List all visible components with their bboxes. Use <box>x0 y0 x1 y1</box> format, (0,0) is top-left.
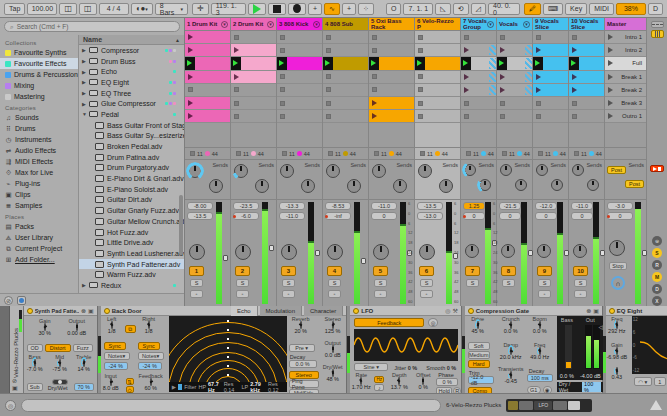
follow-button[interactable]: O <box>386 3 401 15</box>
pedal-drywet-value[interactable]: 70 % <box>74 383 94 391</box>
track-fold-icon[interactable]: ▾ <box>313 21 320 28</box>
track-activator-button[interactable]: 2 <box>235 266 250 276</box>
arm-button[interactable]: ◦ <box>190 290 203 298</box>
arm-button[interactable]: ◦ <box>328 290 341 298</box>
clip-slot[interactable] <box>323 57 368 70</box>
send-b-knob[interactable] <box>255 179 269 193</box>
echo-feedback-invert-button[interactable]: ⇅ <box>126 378 134 385</box>
clip-slot[interactable] <box>497 97 532 110</box>
folder-arrow-icon[interactable]: ▶ <box>82 101 89 107</box>
track-header[interactable]: 10 Vocals Slice <box>569 18 604 31</box>
track-activator-button[interactable]: 8 <box>501 266 516 276</box>
midi-map-button[interactable]: MIDI <box>589 3 614 15</box>
clip-slot[interactable] <box>185 44 230 57</box>
lfo-sync-button[interactable]: ♪ <box>374 384 384 391</box>
clip-slot[interactable] <box>569 44 604 57</box>
track-activator-button[interactable]: 5 <box>373 266 388 276</box>
clip-slot[interactable] <box>415 84 460 97</box>
mixer-toggle-d[interactable]: D <box>652 284 662 294</box>
volume-fader-handle[interactable] <box>315 250 320 256</box>
track-activator-button[interactable]: 9 <box>537 266 552 276</box>
pan-field[interactable]: -13.5 <box>187 212 213 220</box>
pan-knob[interactable] <box>573 244 587 258</box>
clip-slot[interactable] <box>533 84 568 97</box>
pan-field[interactable]: 0 <box>535 212 557 220</box>
clip-slot[interactable] <box>323 71 368 84</box>
master-pan-knob[interactable] <box>609 240 625 256</box>
eq8-mini-display[interactable]: 1260-6-12 <box>632 316 667 374</box>
master-header[interactable]: Master <box>605 18 646 31</box>
pan-field[interactable]: -inf <box>325 212 351 220</box>
sidebar-item-current-project[interactable]: ⧉Current Project <box>0 243 78 254</box>
soft-button[interactable]: Soft <box>468 342 490 350</box>
clip-slot[interactable] <box>231 84 276 97</box>
map-icon[interactable]: ◎ <box>445 307 450 314</box>
echo-offset-right[interactable]: -24 % <box>138 362 162 370</box>
pan-field[interactable]: -6.0 <box>233 212 259 220</box>
echo-reverb-position-menu[interactable]: Pre ▾ <box>289 344 315 352</box>
medium-button[interactable]: Medium <box>468 351 490 359</box>
master-meter[interactable] <box>635 202 641 304</box>
device-on-icon[interactable] <box>609 308 615 314</box>
browser-folder-glue-compressor[interactable]: ▶Glue Compressor <box>79 98 184 109</box>
save-preset-icon[interactable]: ▣ <box>88 307 94 314</box>
clip-slot[interactable] <box>185 84 230 97</box>
device-track-title-bar[interactable]: Velo-Rezzo Plucks ⊘▣ <box>10 306 24 393</box>
clip-slot[interactable] <box>569 110 604 123</box>
loop-button[interactable]: ⟲ <box>453 3 469 15</box>
browser-folder-pedal[interactable]: ▼Pedal <box>79 109 184 120</box>
track-header[interactable]: 3 808 Kick▾ <box>277 18 322 31</box>
pan-field[interactable]: 0 <box>571 212 593 220</box>
volume-meter[interactable] <box>216 202 222 304</box>
browser-preset-e-piano-dirt-gnarl-adv[interactable]: E-Piano Dirt & Gnarl.adv <box>79 173 184 184</box>
browser-preset-drum-patina-adv[interactable]: Drum Patina.adv <box>79 152 184 163</box>
solo-button[interactable]: S <box>328 279 341 287</box>
clip-slot[interactable] <box>323 97 368 110</box>
send-b-knob[interactable] <box>587 179 599 191</box>
info-toggle-icon[interactable]: ⊘ <box>4 296 13 305</box>
volume-meter[interactable] <box>354 202 360 304</box>
capture-midi-button[interactable]: ✛ <box>192 3 209 15</box>
decay-value[interactable]: 100 ms <box>527 374 553 382</box>
clip-slot[interactable] <box>231 71 276 84</box>
browser-folder-echo[interactable]: ▶Echo <box>79 66 184 77</box>
volume-field[interactable]: -8.53 <box>325 202 351 210</box>
trim-value[interactable]: -12.0 dB <box>468 376 494 384</box>
clip-slot[interactable] <box>497 31 532 44</box>
browser-preset-guitar-dirt-adv[interactable]: Guitar Dirt.adv <box>79 195 184 206</box>
pedal-distort-button[interactable]: Distort <box>45 344 71 352</box>
arrangement-view-toggle[interactable] <box>651 21 664 28</box>
clip-slot[interactable] <box>497 57 532 70</box>
browser-search-input[interactable]: ⌕ Search (Cmd + F) <box>4 21 180 32</box>
browser-preset-bass-guitar-front-of-stage-adv[interactable]: Bass Guitar Front of Stage.adv <box>79 120 184 131</box>
clip-slot[interactable] <box>461 31 496 44</box>
clip-slot[interactable] <box>323 84 368 97</box>
send-a-knob[interactable] <box>234 164 248 178</box>
clip-slot[interactable] <box>497 110 532 123</box>
mixer-toggle-r[interactable]: R <box>652 260 662 270</box>
echo-pingpong-mode[interactable]: Ping Pong <box>289 380 319 388</box>
sidebar-item-mastering[interactable]: Mastering <box>0 91 78 102</box>
pan-knob[interactable] <box>235 244 251 260</box>
hard-button[interactable]: Hard <box>468 360 490 368</box>
record-button[interactable] <box>288 3 306 15</box>
browser-preset-e-piano-soloist-adv[interactable]: E-Piano Soloist.adv <box>79 184 184 195</box>
pedal-sub-button[interactable]: Sub <box>27 383 43 391</box>
clip-slot[interactable] <box>533 31 568 44</box>
volume-meter[interactable] <box>308 202 314 304</box>
track-activator-button[interactable]: 4 <box>327 266 342 276</box>
clip-slot[interactable] <box>415 31 460 44</box>
clip-slot[interactable] <box>569 31 604 44</box>
browser-preset-little-drive-adv[interactable]: Little Drive.adv <box>79 237 184 248</box>
clip-slot[interactable] <box>323 44 368 57</box>
lfo-mapped-param-button[interactable]: Feedback <box>354 318 424 327</box>
track-activator-button[interactable]: 3 <box>281 266 296 276</box>
track-header[interactable]: 7 Vocals Group▾ <box>461 18 496 31</box>
bass-meter[interactable] <box>565 325 572 369</box>
track-fold-icon[interactable]: ▾ <box>523 21 530 28</box>
scene-slot-break-1[interactable]: Break 1 <box>605 71 646 84</box>
pan-knob[interactable] <box>189 244 205 260</box>
echo-tab[interactable]: Echo <box>231 306 258 316</box>
computer-midi-keyboard-button[interactable]: ⌨ <box>543 3 563 15</box>
lfo-rate-value[interactable]: 1.70 Hz <box>348 384 374 390</box>
